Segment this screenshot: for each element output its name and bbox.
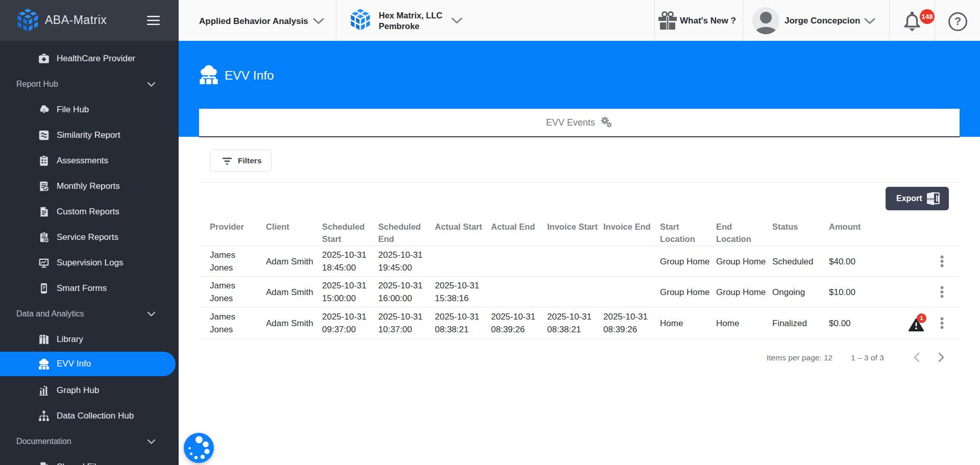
svg-text:csv: csv (927, 197, 934, 201)
